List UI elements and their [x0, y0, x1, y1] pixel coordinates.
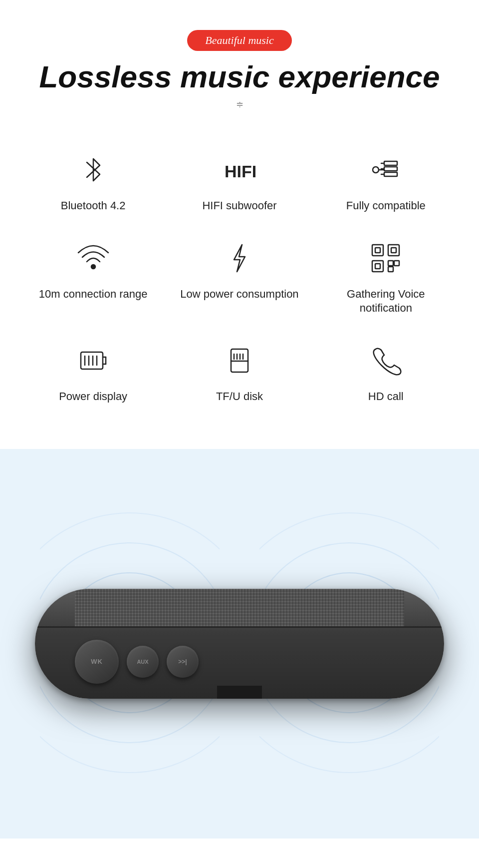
svg-point-9 — [91, 265, 95, 269]
features-row-1: Bluetooth 4.2 HIFI HIFI subwoofer — [20, 150, 459, 213]
feature-voice: Gathering Voice notification — [321, 238, 451, 316]
hifi-label: HIFI subwoofer — [202, 199, 276, 213]
svg-rect-10 — [372, 245, 383, 256]
page-wrapper: Beautiful music Lossless music experienc… — [0, 0, 479, 839]
phone-icon — [366, 341, 406, 381]
feature-call: HD call — [321, 341, 451, 404]
svg-rect-3 — [384, 161, 397, 165]
compatible-icon — [366, 150, 406, 190]
feature-disk: TF/U disk — [175, 341, 304, 404]
battery-icon — [73, 341, 113, 381]
disk-label: TF/U disk — [216, 390, 263, 404]
feature-hifi: HIFI HIFI subwoofer — [175, 150, 304, 213]
btn-aux-label: AUX — [137, 659, 148, 665]
btn-main-label: WK — [91, 658, 103, 665]
speaker-section: WK AUX >>| — [0, 449, 479, 839]
speaker-image-container: WK AUX >>| — [25, 589, 454, 699]
wifi-icon — [73, 238, 113, 278]
svg-rect-14 — [372, 261, 383, 272]
features-row-3: Power display TF/U disk — [20, 341, 459, 404]
speaker-strap — [217, 686, 262, 699]
main-title: Lossless music experience — [20, 60, 459, 94]
speaker-mesh — [75, 589, 404, 626]
low-power-label: Low power consumption — [180, 287, 298, 302]
feature-bluetooth: Bluetooth 4.2 — [28, 150, 158, 213]
divider-icon: ≑ — [20, 99, 459, 110]
call-label: HD call — [368, 390, 404, 404]
svg-rect-12 — [388, 245, 399, 256]
speaker-controls: WK AUX >>| — [75, 640, 199, 684]
svg-rect-5 — [384, 172, 397, 176]
power-display-label: Power display — [59, 390, 127, 404]
qr-icon — [366, 238, 406, 278]
features-section: Bluetooth 4.2 HIFI HIFI subwoofer — [0, 145, 479, 448]
feature-range: 10m connection range — [28, 238, 158, 302]
svg-rect-19 — [81, 352, 103, 369]
btn-next[interactable]: >>| — [167, 646, 199, 678]
svg-rect-15 — [375, 264, 380, 269]
badge: Beautiful music — [187, 30, 291, 51]
feature-compatible: Fully compatible — [321, 150, 451, 213]
svg-rect-16 — [388, 261, 393, 266]
svg-rect-17 — [394, 261, 399, 266]
disk-icon — [220, 341, 259, 381]
speaker-body: WK AUX >>| — [35, 589, 444, 699]
range-label: 10m connection range — [39, 287, 148, 302]
compatible-label: Fully compatible — [346, 199, 426, 213]
feature-power-display: Power display — [28, 341, 158, 404]
btn-next-label: >>| — [178, 658, 187, 665]
svg-text:HIFI: HIFI — [225, 162, 256, 181]
voice-label: Gathering Voice notification — [321, 287, 451, 316]
svg-point-1 — [373, 167, 379, 173]
hifi-icon: HIFI — [220, 150, 259, 190]
bluetooth-label: Bluetooth 4.2 — [61, 199, 126, 213]
btn-aux[interactable]: AUX — [127, 646, 159, 678]
svg-rect-4 — [384, 167, 397, 171]
btn-main[interactable]: WK — [75, 640, 119, 684]
speaker-seam — [35, 626, 444, 628]
bluetooth-icon — [73, 150, 113, 190]
features-row-2: 10m connection range Low power consumpti… — [20, 238, 459, 316]
top-section: Beautiful music Lossless music experienc… — [0, 0, 479, 145]
feature-low-power: Low power consumption — [175, 238, 304, 302]
svg-rect-18 — [388, 267, 393, 272]
svg-rect-13 — [391, 248, 396, 253]
lightning-icon — [220, 238, 259, 278]
svg-rect-11 — [375, 248, 380, 253]
